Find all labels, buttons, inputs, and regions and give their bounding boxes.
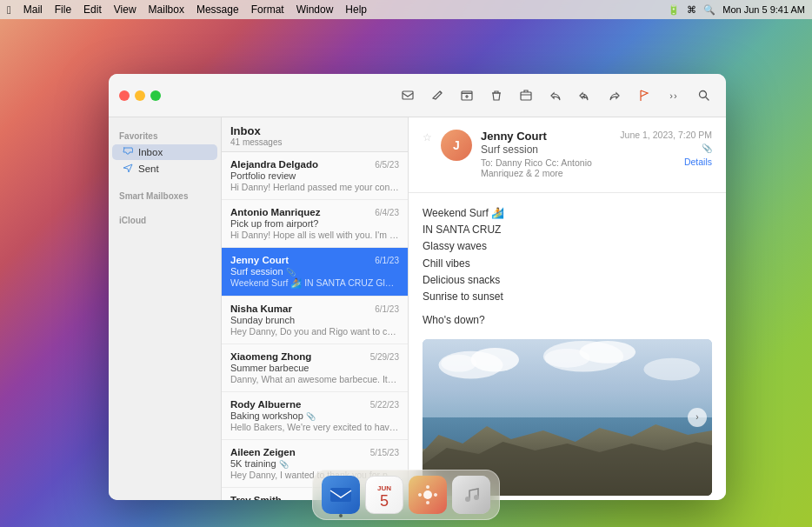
trash-button[interactable] [484,83,509,108]
email-date: 6/1/23 [375,256,399,265]
dock-music-icon[interactable] [452,476,490,514]
mail-app-icon [322,476,360,514]
music-app-icon [452,476,490,514]
svg-rect-21 [426,501,429,504]
mail-window: ›› Favorites Inbox [109,74,726,500]
move-button[interactable] [514,83,538,108]
sidebar-item-sent[interactable]: Sent [112,161,217,177]
body-line: Weekend Surf 🏄 [423,205,712,222]
email-list-item[interactable]: Alejandra Delgado 6/5/23 Portfolio revie… [222,152,408,200]
attachment-icon: 📎 [306,412,316,421]
email-items-container: Alejandra Delgado 6/5/23 Portfolio revie… [222,152,408,500]
flag-button[interactable] [632,83,656,108]
favorites-label: Favorites [109,126,221,143]
email-preview: Hey Danny, Do you and Rigo want to come … [230,326,399,337]
email-sender: Xiaomeng Zhong [230,351,311,362]
menu-format[interactable]: Format [251,3,284,16]
email-list-item[interactable]: Antonio Manriquez 6/4/23 Pick up from ai… [222,200,408,248]
toolbar-icons: ›› [396,83,715,108]
body-line [423,305,712,312]
reply-all-button[interactable] [573,83,597,108]
svg-point-11 [545,349,590,368]
sidebar-item-inbox[interactable]: Inbox [112,144,217,160]
menu-edit[interactable]: Edit [83,3,102,16]
email-list-item[interactable]: Rody Albuerne 5/22/23 Baking workshop📎 H… [222,392,408,440]
svg-rect-19 [433,492,437,497]
search-menubar-icon[interactable]: 🔍 [703,4,715,16]
svg-rect-3 [521,92,531,100]
maximize-button[interactable] [150,90,161,101]
to-value: Danny Rico [496,157,542,168]
dock-mail-icon[interactable] [322,476,360,514]
body-line: Who's down? [423,312,712,329]
image-next-button[interactable]: › [688,408,707,427]
menu-file[interactable]: File [55,3,71,16]
archive-button[interactable] [455,83,479,108]
svg-point-8 [441,355,476,372]
email-list-item[interactable]: Jenny Court 6/1/23 Surf session📎 Weekend… [222,248,408,297]
icloud-label: iCloud [109,210,221,228]
svg-point-12 [643,358,700,381]
email-list-item[interactable]: Xiaomeng Zhong 5/29/23 Summer barbecue D… [222,344,408,392]
email-subject: Portfolio review [230,170,399,181]
to-label: To: [481,157,496,168]
search-button[interactable] [691,83,715,108]
email-sender: Antonio Manriquez [230,207,321,217]
email-subject: Sunday brunch [230,315,399,325]
app-active-dot [339,514,343,517]
email-sender: Aileen Zeigen [230,447,296,457]
mail-toolbar: ›› [109,74,726,117]
apple-menu[interactable]:  [7,3,11,17]
email-list-item[interactable]: Nisha Kumar 6/1/23 Sunday brunch Hey Dan… [222,297,408,344]
star-icon[interactable]: ☆ [423,131,432,143]
more-button[interactable]: ›› [662,83,686,108]
reading-pane: ☆ J Jenny Court Surf session To: Danny R… [409,117,726,500]
email-date: 6/4/23 [375,208,399,217]
reading-header-top: ☆ J Jenny Court Surf session To: Danny R… [423,130,712,178]
menu-message[interactable]: Message [196,3,239,16]
menu-help[interactable]: Help [345,3,367,16]
dock-photos-icon[interactable] [409,476,447,514]
menu-window[interactable]: Window [296,3,334,16]
minimize-button[interactable] [135,90,145,101]
email-sender: Rody Albuerne [230,399,301,410]
reading-body: Weekend Surf 🏄IN SANTA CRUZGlassy wavesC… [409,193,726,500]
new-message-button[interactable] [396,83,420,108]
attachment-icon: 📎 [279,460,289,469]
reply-button[interactable] [543,83,568,108]
battery-icon: 🔋 [668,4,680,16]
window-controls [119,90,161,101]
forward-button[interactable] [602,83,627,108]
calendar-app-icon: JUN 5 [366,477,403,513]
email-sender: Jenny Court [230,255,289,265]
sent-label: Sent [138,163,159,174]
svg-point-23 [474,495,479,500]
email-preview: Hi Danny! Herland passed me your contact… [230,182,399,192]
email-subject: Baking workshop📎 [230,410,399,421]
email-date: 5/22/23 [370,400,399,410]
reading-header: ☆ J Jenny Court Surf session To: Danny R… [409,117,726,193]
details-link[interactable]: Details [684,157,712,167]
datetime-display: Mon Jun 5 9:41 AM [722,4,805,15]
wifi-icon: ⌘ [687,4,696,16]
menu-view[interactable]: View [114,3,136,16]
email-list[interactable]: Inbox 41 messages Alejandra Delgado 6/5/… [222,117,409,500]
svg-rect-18 [417,492,422,497]
dock-calendar-icon[interactable]: JUN 5 [365,476,403,514]
email-subject: Surf session📎 [230,266,399,277]
svg-point-22 [465,497,470,502]
compose-button[interactable] [425,83,449,108]
email-date: 6/5/23 [375,160,399,170]
mail-content: Favorites Inbox Sent Smart Mailboxes [109,117,726,500]
menu-mailbox[interactable]: Mailbox [149,3,184,16]
sent-icon [123,163,133,174]
body-line: IN SANTA CRUZ [423,222,712,238]
close-button[interactable] [119,90,130,101]
email-subject: Pick up from airport? [230,218,399,229]
menu-mail[interactable]: Mail [23,3,43,16]
email-sender: Nisha Kumar [230,304,292,314]
email-preview: Hi Danny! Hope all is well with you. I'm… [230,230,399,240]
email-subject: 5K training📎 [230,458,399,469]
email-date: 6/1/23 [375,304,399,314]
body-line: Chill vibes [423,256,712,272]
